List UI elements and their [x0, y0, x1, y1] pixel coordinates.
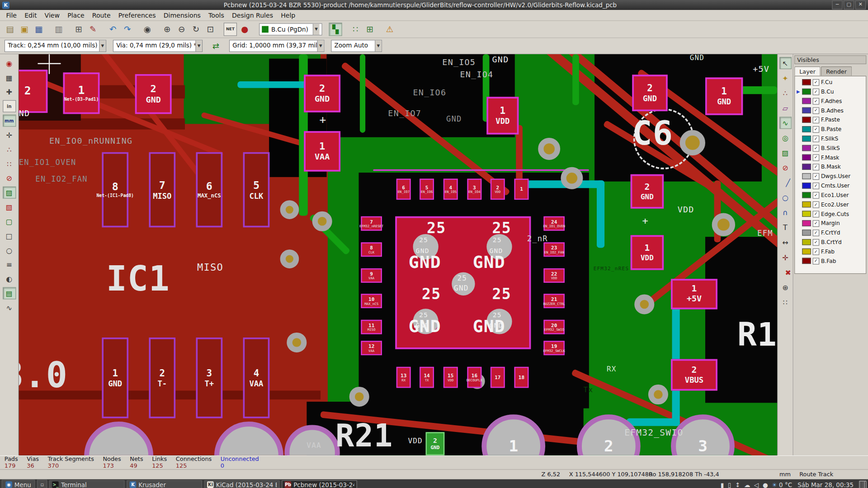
layer-visibility-checkbox[interactable]: ✓: [813, 230, 820, 236]
tray-volume-icon[interactable]: ◁: [754, 481, 759, 488]
layer-color-swatch[interactable]: [802, 230, 811, 235]
drc-check-icon[interactable]: ⚠: [383, 23, 396, 36]
highlight-net-icon[interactable]: ✦: [779, 72, 791, 84]
pcb-pad[interactable]: 1 GND: [102, 338, 128, 418]
layer-row[interactable]: ✓ Dwgs.User: [795, 172, 866, 181]
layer-color-swatch[interactable]: [802, 183, 811, 188]
ic-pad[interactable]: 18: [514, 367, 529, 388]
pcb-pad[interactable]: 2 GND: [304, 75, 340, 112]
layer-visibility-checkbox[interactable]: ✓: [813, 239, 820, 245]
task-button[interactable]: K Krusader: [127, 480, 203, 488]
drill-origin-icon[interactable]: ⊕: [779, 281, 791, 293]
vias-sketch-icon[interactable]: ○: [3, 244, 16, 256]
grid-origin-icon[interactable]: ∷: [779, 296, 791, 308]
auto-track-width-icon[interactable]: ⇄: [209, 39, 222, 52]
pcb-pad[interactable]: 8 Net-(IC1-Pad8): [102, 152, 128, 228]
layer-color-swatch[interactable]: [802, 258, 811, 264]
via[interactable]: [349, 387, 369, 407]
layer-row[interactable]: ✓ F.Paste: [795, 115, 866, 125]
pads-sketch-icon[interactable]: □: [3, 230, 16, 242]
maximize-button[interactable]: ▢: [844, 0, 854, 9]
units-mm-icon[interactable]: mm: [3, 114, 16, 127]
pcb-pad[interactable]: 2 VBUS: [671, 359, 717, 391]
ic-pad[interactable]: 11 MISO: [361, 320, 382, 334]
target-tool-icon[interactable]: ✛: [779, 251, 791, 263]
layer-visibility-checkbox[interactable]: ✓: [813, 173, 820, 180]
ic-pad[interactable]: 2 VDD: [491, 179, 505, 200]
layer-visibility-checkbox[interactable]: ✓: [813, 107, 820, 114]
cursor-shape-icon[interactable]: ✛: [3, 129, 16, 141]
layer-row[interactable]: ✓ F.Adhes: [795, 96, 866, 106]
menu-item[interactable]: Design Rules: [228, 10, 277, 20]
panel-tab[interactable]: Layer: [794, 66, 821, 76]
tray-updates-icon[interactable]: ●: [763, 481, 768, 488]
task-button[interactable]: Pb Pcbnew (2015-03-24 ...: [282, 480, 358, 488]
layer-pair-icon[interactable]: ▚: [329, 23, 342, 36]
active-layer-select[interactable]: B.Cu (PgDn) ▼: [259, 23, 322, 35]
zone-tool-icon[interactable]: ▨: [779, 146, 791, 159]
layer-color-swatch[interactable]: [802, 117, 811, 122]
pcb-pad[interactable]: 2 GND: [426, 432, 445, 455]
layer-row[interactable]: ▶ ✓ B.Cu: [795, 87, 866, 96]
ic-pad[interactable]: 4 EN_IO5: [443, 179, 458, 200]
ic-pad[interactable]: 21 BUZZER_CTRL: [543, 294, 565, 308]
pcb-pad[interactable]: 4 VAA: [243, 338, 270, 418]
via[interactable]: [280, 249, 299, 268]
pcb-pad[interactable]: 2: [19, 70, 48, 113]
pcb-pad[interactable]: 2 GND: [631, 174, 664, 209]
ic-pad[interactable]: 13 RX: [396, 367, 411, 388]
minimize-button[interactable]: ─: [832, 0, 842, 9]
layer-row[interactable]: ✓ B.Mask: [795, 162, 866, 172]
layer-visibility-checkbox[interactable]: ✓: [813, 98, 820, 104]
polar-coords-icon[interactable]: ✚: [3, 86, 16, 98]
via[interactable]: [680, 130, 705, 155]
menu-item[interactable]: Help: [277, 10, 299, 20]
menu-button[interactable]: ◉ Menu: [2, 479, 35, 488]
ic-pad[interactable]: 9 VAA: [361, 268, 382, 283]
chevron-down-icon[interactable]: ▼: [375, 40, 382, 51]
save-board-icon[interactable]: ▦: [32, 23, 45, 36]
layer-row[interactable]: ✓ Edge.Cuts: [795, 209, 866, 219]
weather-indicator[interactable]: ☀ 0 °C: [772, 481, 792, 488]
find-icon[interactable]: ◉: [141, 23, 154, 36]
via[interactable]: [561, 167, 583, 189]
layer-row[interactable]: ✓ F.Mask: [795, 153, 866, 162]
layer-manager-icon[interactable]: ▤: [3, 287, 16, 300]
layer-color-swatch[interactable]: [802, 108, 811, 113]
redo-icon[interactable]: ↷: [121, 23, 134, 36]
layer-visibility-checkbox[interactable]: ✓: [813, 135, 820, 142]
layer-visibility-checkbox[interactable]: ✓: [813, 211, 820, 217]
layer-color-swatch[interactable]: [802, 202, 811, 207]
task-button[interactable]: Ki KiCad (2015-03-24 BZ...: [204, 480, 280, 488]
circle-tool-icon[interactable]: ○: [779, 192, 791, 204]
layer-visibility-checkbox[interactable]: ✓: [813, 248, 820, 255]
pcb-pad[interactable]: 5 CLK: [243, 152, 270, 228]
ic-pad[interactable]: 8 CLK: [361, 242, 382, 257]
erc-icon[interactable]: ●: [238, 23, 251, 36]
via[interactable]: [634, 294, 654, 314]
menu-item[interactable]: Tools: [205, 10, 228, 20]
ic-pad[interactable]: 5 EN_IO6: [420, 179, 434, 200]
ic-pad[interactable]: 10 MAX_nCS: [361, 294, 382, 308]
plot-icon[interactable]: ✎: [86, 23, 99, 36]
pcb-pad[interactable]: 1 VDD: [486, 97, 519, 134]
tray-clipboard-icon[interactable]: ▯: [728, 481, 731, 488]
ic-pad[interactable]: 7 EFM32_nRESET: [361, 216, 382, 231]
layer-row[interactable]: ✓ Margin: [795, 219, 866, 228]
select-tool-icon[interactable]: ↖: [779, 57, 791, 69]
redraw-icon[interactable]: ↻: [189, 23, 203, 36]
zoom-select[interactable]: Zoom Auto ▼: [331, 40, 382, 52]
layer-color-swatch[interactable]: [802, 164, 811, 169]
ic-pad[interactable]: 3 EN_IO4: [467, 179, 481, 200]
layer-row[interactable]: ✓ B.Paste: [795, 125, 866, 134]
ic-pad[interactable]: 23 EN_IO2_FAN: [543, 242, 565, 257]
clock[interactable]: Sáb Mar 28, 00:35: [796, 481, 855, 488]
menu-item[interactable]: Preferences: [114, 10, 160, 20]
pcb-pad[interactable]: 7 MISO: [149, 152, 175, 228]
pcb-pad[interactable]: 2 GND: [135, 74, 172, 114]
netlist-icon[interactable]: NET: [224, 23, 237, 36]
ic-pad[interactable]: 19 EFM32_SWCLK: [543, 341, 565, 355]
layer-visibility-checkbox[interactable]: ✓: [813, 88, 820, 95]
ratsnest-tool-icon[interactable]: ∴: [779, 87, 791, 99]
track-width-select[interactable]: Track: 0,254 mm (10,00 mils) * ▼: [5, 40, 106, 52]
